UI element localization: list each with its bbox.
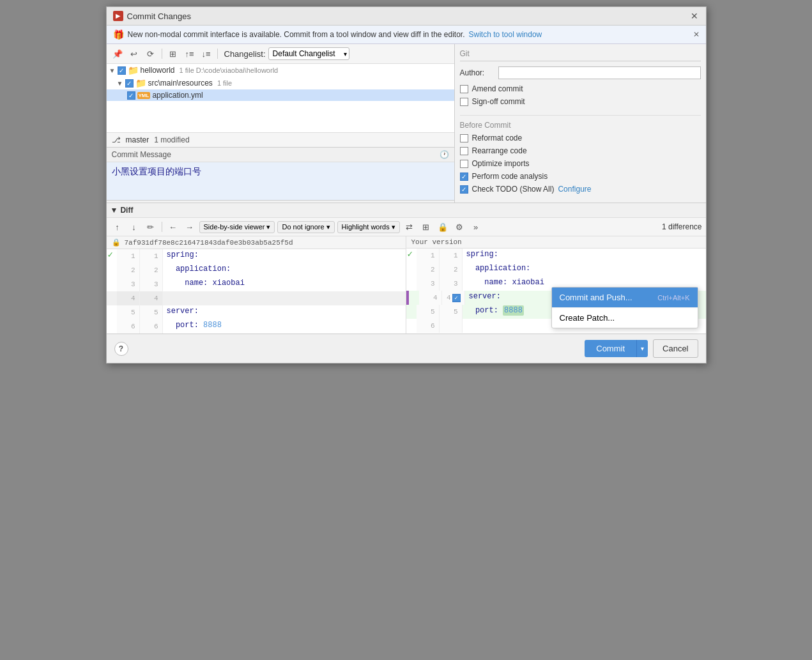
tick-right-3: ✓ (406, 277, 417, 291)
check-todo-row[interactable]: ✓ Check TODO (Show All) Configure (460, 185, 701, 194)
check-todo-checkbox[interactable]: ✓ (460, 185, 468, 194)
sort-asc-button[interactable]: ↑≡ (183, 47, 197, 61)
dialog-title: Commit Changes (127, 12, 191, 21)
diff-right-line-2: ✓ 2 2 application: (406, 263, 706, 277)
popup-commit-push[interactable]: Commit and Push... Ctrl+Alt+K (552, 288, 698, 307)
author-label: Author: (460, 68, 498, 77)
line-content-left-6: port: 8888 (163, 319, 406, 334)
diff-left-line-4: ✓ 4 4 (107, 291, 406, 305)
sign-off-commit-row[interactable]: Sign-off commit (460, 97, 701, 106)
diff-sync-button[interactable]: ⇄ (402, 220, 417, 234)
group-button[interactable]: ⊞ (166, 47, 180, 61)
line-num-right-3b: 3 (440, 277, 463, 291)
line-num-right-4b: 4 ✓ (442, 291, 465, 305)
changelist-wrapper[interactable]: Default Changelist (268, 47, 349, 60)
diff-left-line-1: ✓ 1 1 spring: (107, 249, 406, 263)
diff-toolbar: ↑ ↓ ✏ ← → Side-by-side viewer ▾ Do not i… (107, 218, 706, 236)
file-tree: ▼ ✓ 📁 helloworld 1 file D:\code\xiaobai\… (107, 64, 454, 132)
diff-up-button[interactable]: ↑ (111, 220, 125, 234)
line-num-right-2b: 2 (440, 263, 463, 277)
separator-1 (162, 49, 162, 59)
diff-left-line-3: ✓ 3 3 name: xiaobai (107, 277, 406, 291)
section-divider-1 (460, 115, 701, 116)
checkbox-src[interactable]: ✓ (125, 79, 134, 88)
commit-button-group: Commit ▾ (585, 340, 648, 357)
changelist-select[interactable]: Default Changelist (268, 47, 349, 60)
line-num-left-3b: 3 (140, 277, 163, 291)
line-content-right-2: application: (463, 263, 706, 277)
line-num-left-6: 6 (117, 319, 140, 334)
amend-commit-row[interactable]: Amend commit (460, 84, 701, 93)
line-4-checkbox[interactable]: ✓ (452, 294, 461, 302)
line-num-left-6b: 6 (140, 319, 163, 334)
diff-edit-button[interactable]: ✏ (144, 220, 158, 234)
optimize-imports-checkbox[interactable] (460, 160, 468, 168)
ignore-arrow: ▾ (326, 223, 330, 231)
ignore-select-btn[interactable]: Do not ignore ▾ (277, 221, 334, 233)
rearrange-code-checkbox[interactable] (460, 147, 468, 155)
commit-dropdown-button[interactable]: ▾ (636, 340, 648, 357)
diff-right-header: Your version (406, 236, 706, 249)
popup-commit-push-label: Commit and Push... (560, 293, 632, 302)
line-num-right-5b: 5 (440, 305, 463, 319)
author-input[interactable] (498, 66, 701, 79)
info-message: New non-modal commit interface is availa… (128, 30, 465, 39)
diff-lock-button[interactable]: 🔒 (436, 220, 450, 234)
commit-button[interactable]: Commit (585, 340, 636, 357)
optimize-imports-row[interactable]: Optimize imports (460, 159, 701, 168)
line-content-left-1: spring: (163, 249, 406, 263)
diff-left-line-2: ✓ 2 2 application: (107, 263, 406, 277)
checkbox-application-yml[interactable]: ✓ (127, 91, 135, 100)
reformat-code-checkbox[interactable] (460, 134, 468, 142)
line-num-left-4b: 4 (140, 291, 163, 305)
switch-to-tool-window-link[interactable]: Switch to tool window (469, 30, 542, 39)
perform-analysis-row[interactable]: ✓ Perform code analysis (460, 172, 701, 181)
highlight-arrow: ▾ (392, 223, 395, 231)
branch-bar: ⎇ master 1 modified (107, 132, 454, 147)
diff-prev-button[interactable]: ← (166, 220, 180, 234)
diff-more-button[interactable]: » (469, 220, 483, 234)
perform-analysis-checkbox[interactable]: ✓ (460, 173, 468, 181)
diff-next-button[interactable]: → (183, 220, 197, 234)
path-helloworld: D:\code\xiaobai\helloworld (196, 66, 278, 74)
history-icon[interactable]: 🕐 (440, 150, 449, 159)
highlight-select-btn[interactable]: Highlight words ▾ (337, 221, 400, 233)
reformat-code-row[interactable]: Reformat code (460, 134, 701, 142)
checkbox-helloworld[interactable]: ✓ (118, 66, 126, 75)
popup-create-patch[interactable]: Create Patch... (552, 308, 698, 328)
pin-button[interactable]: 📌 (111, 47, 125, 61)
diff-settings-button[interactable]: ⚙ (452, 220, 466, 234)
close-button[interactable]: ✕ (689, 11, 700, 21)
line-num-left-3: 3 (117, 277, 140, 291)
diff-down-button[interactable]: ↓ (127, 220, 141, 234)
help-button[interactable]: ? (114, 342, 128, 356)
tree-item-application-yml[interactable]: ✓ YML application.yml (107, 89, 454, 101)
line-content-left-5: server: (163, 305, 406, 319)
commit-message-section: Commit Message 🕐 小黑设置项目的端口号 (107, 147, 454, 203)
commit-message-input[interactable]: 小黑设置项目的端口号 (107, 162, 454, 201)
cancel-button[interactable]: Cancel (653, 339, 698, 358)
line-num-right-5: 5 (417, 305, 440, 319)
sort-desc-button[interactable]: ↓≡ (199, 47, 213, 61)
viewer-select-btn[interactable]: Side-by-side viewer ▾ (199, 221, 275, 233)
branch-status: 1 modified (154, 135, 189, 144)
line-num-right-6: 6 (417, 319, 440, 333)
changelist-label: Changelist: (224, 49, 266, 59)
line-num-left-1: 1 (117, 249, 140, 263)
tree-item-helloworld[interactable]: ▼ ✓ 📁 helloworld 1 file D:\code\xiaobai\… (107, 64, 454, 77)
rearrange-code-row[interactable]: Rearrange code (460, 146, 701, 155)
sign-off-commit-checkbox[interactable] (460, 98, 468, 106)
line-num-right-4: 4 (419, 291, 442, 305)
line-content-left-2: application: (163, 263, 406, 277)
tick-left: ✓ (107, 249, 117, 263)
line-num-left-5b: 5 (140, 305, 163, 319)
diff-arrow[interactable]: ▼ (111, 206, 118, 215)
tree-item-src[interactable]: ▼ ✓ 📁 src\main\resources 1 file (107, 77, 454, 89)
close-info-button[interactable]: ✕ (693, 30, 700, 39)
amend-commit-checkbox[interactable] (460, 85, 468, 93)
diff-columns-button[interactable]: ⊞ (419, 220, 433, 234)
line-content-left-4 (163, 291, 406, 305)
undo-button[interactable]: ↩ (127, 47, 141, 61)
refresh-button[interactable]: ⟳ (144, 47, 158, 61)
configure-link[interactable]: Configure (558, 185, 591, 194)
